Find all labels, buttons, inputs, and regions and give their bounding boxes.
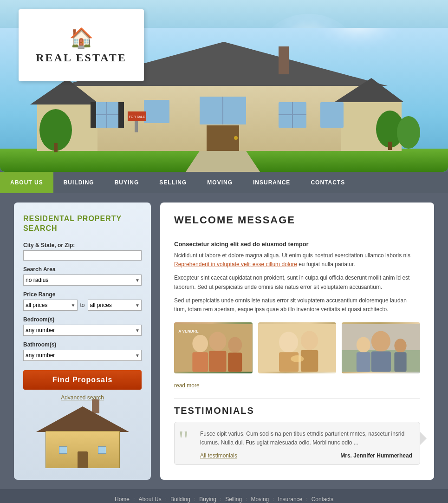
svg-point-36 bbox=[209, 332, 226, 351]
svg-rect-38 bbox=[192, 352, 208, 372]
search-area-label: Search Area bbox=[23, 266, 142, 273]
main-content: RESIDENTAL PROPERTY SEARCH City & State,… bbox=[0, 193, 448, 489]
advanced-search-link[interactable]: Advanced search bbox=[23, 394, 142, 401]
nav-moving[interactable]: MOVING bbox=[197, 172, 243, 193]
price-to-wrapper: all prices < $100,000 $100k-$200k $200k-… bbox=[88, 300, 142, 311]
bathrooms-wrapper: any number 1 2 3 4+ ▼ bbox=[23, 350, 142, 361]
bathrooms-label: Bathroom(s) bbox=[23, 341, 142, 348]
svg-point-51 bbox=[371, 331, 390, 352]
bedrooms-select[interactable]: any number 1 2 3 4 5+ bbox=[23, 325, 142, 336]
search-area-wrapper: no radius 5 miles 10 miles 25 miles 50 m… bbox=[23, 274, 142, 286]
nav-insurance[interactable]: INSURANCE bbox=[243, 172, 300, 193]
svg-point-21 bbox=[234, 136, 238, 140]
welcome-subtitle: Consectetur sicing elit sed do eiusmod t… bbox=[174, 241, 420, 248]
svg-text:FOR SALE: FOR SALE bbox=[129, 115, 145, 118]
testimonials-title: TESTIMONIALS bbox=[174, 405, 420, 416]
welcome-paragraph-2: Excepteur sint caecat cupidatat non proi… bbox=[174, 274, 420, 291]
nav-selling[interactable]: SELLING bbox=[149, 172, 197, 193]
logo-box: 🏠 REAL ESTATE bbox=[19, 9, 144, 81]
svg-rect-46 bbox=[301, 350, 318, 372]
svg-point-43 bbox=[279, 332, 298, 353]
welcome-cillum-link[interactable]: Reprehenderit in voluptate velit esse ci… bbox=[174, 261, 297, 268]
photo-family-3 bbox=[342, 322, 420, 373]
logo-text: REAL ESTATE bbox=[36, 52, 127, 64]
house-door-icon bbox=[78, 451, 88, 468]
price-range-label: Price Range bbox=[23, 291, 142, 298]
svg-point-50 bbox=[357, 337, 370, 353]
family-photo-3-svg bbox=[342, 322, 420, 373]
bathrooms-select[interactable]: any number 1 2 3 4+ bbox=[23, 350, 142, 361]
svg-point-52 bbox=[395, 339, 407, 353]
nav-building[interactable]: BUILDING bbox=[53, 172, 104, 193]
price-to-select[interactable]: all prices < $100,000 $100k-$200k $200k-… bbox=[88, 300, 142, 311]
speech-bubble-arrow-icon bbox=[420, 431, 427, 445]
footer-nav: Home : About Us : Building : Buying : Se… bbox=[14, 496, 434, 503]
sidebar: RESIDENTAL PROPERTY SEARCH City & State,… bbox=[14, 203, 151, 480]
svg-rect-13 bbox=[144, 100, 169, 123]
footer-link-buying[interactable]: Buying bbox=[195, 496, 220, 503]
svg-point-35 bbox=[192, 335, 208, 352]
footer-link-insurance[interactable]: Insurance bbox=[274, 496, 306, 503]
svg-rect-25 bbox=[54, 143, 58, 152]
price-range-row: all prices < $100,000 $100k-$200k $200k-… bbox=[23, 300, 142, 311]
read-more-link[interactable]: read more bbox=[174, 382, 200, 389]
photos-row: A VENDRE bbox=[174, 322, 420, 373]
search-area-select[interactable]: no radius 5 miles 10 miles 25 miles 50 m… bbox=[23, 274, 142, 286]
house-window-right-icon bbox=[98, 446, 106, 454]
svg-rect-54 bbox=[371, 352, 391, 372]
family-photo-2-svg bbox=[258, 322, 337, 373]
bedrooms-wrapper: any number 1 2 3 4 5+ ▼ bbox=[23, 325, 142, 336]
sidebar-title: RESIDENTAL PROPERTY SEARCH bbox=[23, 214, 142, 234]
svg-rect-39 bbox=[209, 351, 226, 372]
footer-link-moving[interactable]: Moving bbox=[247, 496, 273, 503]
footer: Home : About Us : Building : Buying : Se… bbox=[0, 489, 448, 503]
house-body-icon bbox=[45, 431, 120, 468]
nav-about-us[interactable]: ABOUT US bbox=[0, 172, 53, 193]
sidebar-house-decoration bbox=[36, 408, 129, 468]
welcome-paragraph-1: Ncididunt ut labore et dolore magna aliq… bbox=[174, 251, 420, 269]
price-to-label: to bbox=[80, 302, 85, 308]
city-input[interactable] bbox=[23, 250, 142, 261]
testimonial-footer: All testimonials Mrs. Jennifer Hummerhea… bbox=[200, 452, 412, 459]
price-from-select[interactable]: all prices < $100,000 $100k-$200k $200k-… bbox=[23, 300, 78, 311]
svg-rect-19 bbox=[320, 102, 344, 128]
svg-rect-23 bbox=[118, 102, 124, 128]
quote-mark-icon: " bbox=[178, 427, 188, 452]
main-content-area: WELCOME MESSAGE Consectetur sicing elit … bbox=[160, 203, 434, 480]
svg-rect-9 bbox=[279, 46, 289, 74]
svg-text:A VENDRE: A VENDRE bbox=[178, 329, 199, 333]
svg-point-47 bbox=[291, 355, 304, 362]
footer-link-about[interactable]: About Us bbox=[135, 496, 165, 503]
svg-rect-22 bbox=[91, 102, 96, 128]
welcome-title: WELCOME MESSAGE bbox=[174, 214, 420, 232]
testimonial-text: Fusce cipit varius. Cum sociis na pen ti… bbox=[200, 430, 412, 447]
nav-buying[interactable]: BUYING bbox=[104, 172, 149, 193]
family-photo-1-svg: A VENDRE bbox=[174, 322, 253, 373]
svg-rect-55 bbox=[395, 352, 407, 372]
svg-point-28 bbox=[397, 116, 420, 149]
nav-contacts[interactable]: CONTACTS bbox=[300, 172, 355, 193]
svg-point-44 bbox=[301, 331, 318, 350]
find-proposals-button[interactable]: Find Proposals bbox=[23, 370, 142, 390]
header: FOR SALE 🏠 REAL ESTATE bbox=[0, 0, 448, 172]
testimonial-box: " Fusce cipit varius. Cum sociis na pen … bbox=[174, 422, 420, 464]
house-roof-icon bbox=[36, 406, 129, 432]
footer-link-home[interactable]: Home bbox=[111, 496, 133, 503]
footer-link-selling[interactable]: Selling bbox=[221, 496, 246, 503]
price-from-wrapper: all prices < $100,000 $100k-$200k $200k-… bbox=[23, 300, 78, 311]
welcome-paragraph-3: Sed ut perspiciatis unde omnis iste natu… bbox=[174, 296, 420, 314]
all-testimonials-link[interactable]: All testimonials bbox=[200, 452, 237, 459]
footer-link-contacts[interactable]: Contacts bbox=[308, 496, 337, 503]
house-window-left-icon bbox=[59, 446, 67, 454]
svg-rect-27 bbox=[388, 142, 392, 150]
welcome-text-after-link: eu fugiat nulla pariatur. bbox=[299, 261, 355, 268]
city-label: City & State, or Zip: bbox=[23, 242, 142, 248]
svg-point-37 bbox=[228, 337, 242, 353]
svg-rect-53 bbox=[357, 352, 370, 372]
photo-family-1: A VENDRE bbox=[174, 322, 253, 373]
svg-rect-33 bbox=[136, 121, 138, 132]
footer-link-building[interactable]: Building bbox=[167, 496, 194, 503]
logo-icon: 🏠 bbox=[69, 26, 93, 49]
svg-rect-40 bbox=[228, 353, 242, 372]
photo-family-2 bbox=[258, 322, 337, 373]
